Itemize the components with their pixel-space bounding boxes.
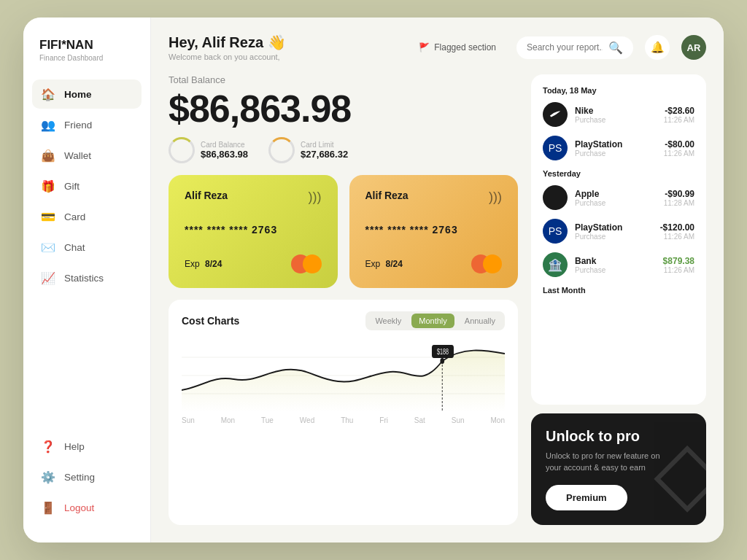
sidebar-item-setting[interactable]: ⚙️ Setting (32, 462, 142, 491)
tx-name: PlayStation (575, 222, 653, 233)
card-limit-item: Card Limit $27,686.32 (268, 137, 348, 163)
card-limit-ring (268, 137, 295, 163)
card-balance-item: Card Balance $86,863.98 (169, 137, 248, 163)
credit-card-orange[interactable]: Alif Reza ))) **** **** **** 2763 Exp 8/… (349, 175, 519, 288)
search-icon: 🔍 (608, 41, 623, 55)
sidebar-item-friend[interactable]: 👥 Friend (32, 110, 142, 139)
wallet-icon: 👜 (41, 148, 55, 163)
sidebar-item-card[interactable]: 💳 Card (32, 202, 142, 231)
card-number: **** **** **** 2763 (185, 224, 322, 236)
home-icon: 🏠 (41, 87, 55, 101)
right-panel: Today, 18 May Nike Purchase -$28.60 (531, 74, 706, 525)
logo-subtitle: Finance Dashboard (39, 54, 134, 62)
tx-amount: -$90.99 (664, 189, 694, 199)
bottom-nav: ❓ Help ⚙️ Setting 🚪 Logout (23, 432, 150, 522)
card-balance-value: $86,863.98 (201, 149, 248, 160)
tx-nike-info: Nike Purchase (575, 106, 657, 124)
today-header: Today, 18 May (543, 86, 694, 95)
tx-time: 11:26 AM (664, 149, 694, 158)
balance-section: Total Balance $86,863.98 Card Balance $8… (169, 74, 518, 163)
card-limit-label: Card Limit (301, 141, 348, 149)
gift-icon: 🎁 (41, 179, 55, 193)
tx-amount: $879.38 (663, 256, 694, 266)
chart-label-sat: Sat (414, 416, 425, 424)
content-area: Total Balance $86,863.98 Card Balance $8… (151, 74, 724, 542)
transactions-panel: Today, 18 May Nike Purchase -$28.60 (531, 74, 706, 405)
credit-cards-row: Alif Reza ))) **** **** **** 2763 Exp 8/… (169, 175, 518, 288)
chart-title: Cost Charts (182, 315, 239, 327)
credit-card-yellow[interactable]: Alif Reza ))) **** **** **** 2763 Exp 8/… (169, 175, 338, 288)
tx-bank-info: Bank Purchase (575, 256, 656, 274)
chart-tab-weekly[interactable]: Weekly (368, 314, 409, 328)
card-top-row: Alif Reza ))) (365, 190, 503, 205)
sidebar-item-label: Card (64, 211, 85, 222)
chart-tab-monthly[interactable]: Monthly (411, 314, 454, 328)
tx-time: 11:28 AM (664, 199, 694, 207)
chat-icon: ✉️ (41, 240, 55, 254)
playstation-icon: PS (543, 219, 568, 244)
chart-label-fri: Fri (379, 416, 388, 424)
chart-area: $188 (182, 339, 505, 412)
tx-type: Purchase (575, 233, 653, 241)
exp-label: Exp (365, 259, 381, 269)
chart-tabs: Weekly Monthly Annually (365, 311, 505, 330)
sidebar-item-logout[interactable]: 🚪 Logout (32, 493, 142, 522)
tx-right: -$120.00 11:26 AM (660, 222, 694, 241)
header-title-area: Hey, Alif Reza 👋 Welcome back on you acc… (169, 34, 398, 61)
chart-label-mon1: Mon (221, 416, 235, 424)
exp-value: 8/24 (205, 259, 222, 269)
unlock-description: Unlock to pro for new feature on your ac… (546, 451, 662, 473)
unlock-pro-section: ◇ Unlock to pro Unlock to pro for new fe… (531, 413, 706, 525)
flagged-label: Flagged section (434, 42, 496, 52)
card-bottom-row: Exp 8/24 (185, 254, 322, 273)
card-bottom-row: Exp 8/24 (365, 254, 503, 273)
friend-icon: 👥 (41, 117, 55, 132)
avatar-initials: AR (687, 42, 701, 53)
tx-type: Purchase (575, 266, 656, 274)
chart-labels: Sun Mon Tue Wed Thu Fri Sat Sun Mon (182, 416, 505, 424)
svg-text:$188: $188 (437, 348, 449, 357)
tx-name: Nike (575, 106, 657, 116)
sidebar-item-statistics[interactable]: 📈 Statistics (32, 263, 142, 292)
main-content: Hey, Alif Reza 👋 Welcome back on you acc… (151, 18, 724, 542)
tx-ps-info: PlayStation Purchase (575, 139, 657, 158)
mastercard-icon (471, 254, 502, 273)
left-panel: Total Balance $86,863.98 Card Balance $8… (169, 74, 531, 525)
card-balance-label: Card Balance (201, 141, 248, 149)
tx-right: $879.38 11:26 AM (663, 256, 694, 274)
chart-section: Cost Charts Weekly Monthly Annually (169, 300, 518, 525)
balance-label: Total Balance (169, 74, 518, 85)
chart-tab-annually[interactable]: Annually (457, 314, 503, 328)
nav-items: 🏠 Home 👥 Friend 👜 Wallet 🎁 Gift 💳 Card ✉… (23, 79, 150, 432)
setting-icon: ⚙️ (41, 470, 55, 484)
sidebar: FIFI*NAN Finance Dashboard 🏠 Home 👥 Frie… (23, 18, 151, 542)
card-balance-info: Card Balance $86,863.98 (201, 141, 248, 160)
tx-amount: -$28.60 (664, 106, 694, 116)
card-exp: Exp 8/24 (365, 259, 403, 269)
sidebar-item-chat[interactable]: ✉️ Chat (32, 233, 142, 262)
yesterday-header: Yesterday (543, 169, 694, 178)
sidebar-item-label: Friend (64, 120, 92, 131)
premium-button[interactable]: Premium (546, 485, 627, 510)
card-holder-name: Alif Reza (185, 190, 228, 201)
sidebar-item-wallet[interactable]: 👜 Wallet (32, 141, 142, 170)
avatar-button[interactable]: AR (681, 35, 706, 60)
card-number: **** **** **** 2763 (365, 224, 503, 236)
tx-right: -$80.00 11:26 AM (664, 139, 694, 158)
sidebar-item-home[interactable]: 🏠 Home (32, 79, 142, 109)
card-top-row: Alif Reza ))) (185, 190, 322, 205)
bank-icon: 🏦 (543, 252, 568, 277)
chart-label-sun1: Sun (182, 416, 195, 424)
sidebar-item-gift[interactable]: 🎁 Gift (32, 171, 142, 201)
sidebar-item-help[interactable]: ❓ Help (32, 432, 142, 461)
apple-icon (543, 185, 568, 210)
search-bar[interactable]: 🔍 (516, 36, 633, 59)
chart-header: Cost Charts Weekly Monthly Annually (182, 311, 505, 330)
search-input[interactable] (527, 42, 603, 52)
notification-button[interactable]: 🔔 (645, 35, 670, 60)
nike-icon (543, 102, 568, 127)
logo-text: FIFI*NAN (39, 38, 134, 52)
flagged-section-button[interactable]: 🚩 Flagged section (410, 38, 505, 57)
tx-time: 11:26 AM (663, 266, 694, 274)
tx-item-apple: Apple Purchase -$90.99 11:28 AM (543, 185, 694, 210)
